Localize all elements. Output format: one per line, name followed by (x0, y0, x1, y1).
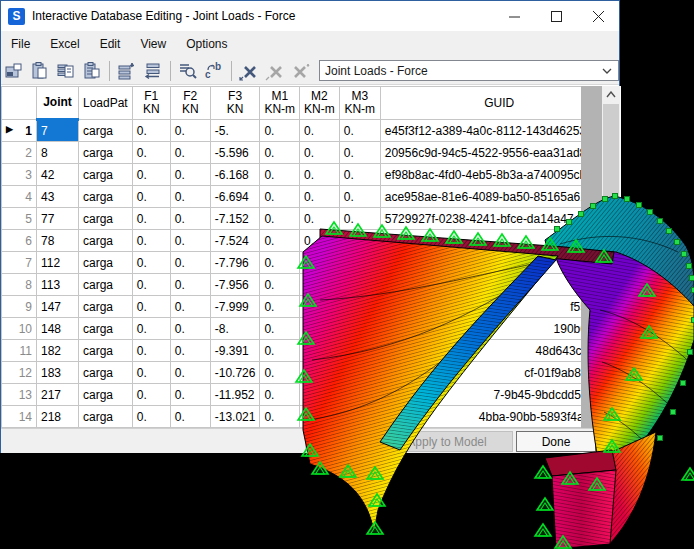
cell-m2[interactable]: 0. (300, 164, 340, 186)
cell-loadpat[interactable]: carga (79, 186, 133, 208)
cell-m3[interactable]: 0. (339, 296, 380, 318)
cell-f3[interactable]: -6.168 (210, 164, 260, 186)
cell-m2[interactable]: 0. (300, 230, 340, 252)
cell-joint[interactable]: 182 (37, 340, 79, 362)
paste-button[interactable] (28, 59, 52, 83)
cell-f3[interactable]: -7.524 (210, 230, 260, 252)
cell-f1[interactable]: 0. (132, 230, 170, 252)
cell-m1[interactable]: 0. (260, 362, 300, 384)
vertical-scrollbar-thumb[interactable] (603, 104, 619, 214)
cell-f1[interactable]: 0. (132, 164, 170, 186)
cell-f1[interactable]: 0. (132, 406, 170, 428)
cell-f3[interactable]: -7.999 (210, 296, 260, 318)
row-number[interactable]: 4 (2, 186, 37, 208)
cell-joint[interactable]: 78 (37, 230, 79, 252)
cell-joint[interactable]: 147 (37, 296, 79, 318)
row-number[interactable]: 7 (2, 252, 37, 274)
maximize-button[interactable] (535, 1, 577, 31)
cell-joint[interactable]: 148 (37, 318, 79, 340)
cell-m3[interactable]: 0. (339, 208, 380, 230)
done-button[interactable]: Done (516, 431, 596, 452)
cell-m2[interactable]: 0. (300, 362, 340, 384)
cell-m3[interactable]: 0. (339, 142, 380, 164)
row-number[interactable]: 13 (2, 384, 37, 406)
cell-m2[interactable]: 0. (300, 120, 340, 142)
cell-f2[interactable]: 0. (170, 340, 210, 362)
cell-f1[interactable]: 0. (132, 340, 170, 362)
cell-m1[interactable]: 0. (260, 208, 300, 230)
cell-f2[interactable]: 0. (170, 208, 210, 230)
cell-f2[interactable]: 0. (170, 274, 210, 296)
cell-f1[interactable]: 0. (132, 142, 170, 164)
cell-f3[interactable]: -5. (210, 120, 260, 142)
row-number[interactable]: 5 (2, 208, 37, 230)
cell-f2[interactable]: 0. (170, 362, 210, 384)
cell-f2[interactable]: 0. (170, 318, 210, 340)
cell-loadpat[interactable]: carga (79, 274, 133, 296)
titlebar[interactable]: S Interactive Database Editing - Joint L… (1, 1, 619, 31)
cell-f2[interactable]: 0. (170, 230, 210, 252)
row-number[interactable]: 6 (2, 230, 37, 252)
menu-item-excel[interactable]: Excel (40, 33, 89, 55)
cell-f3[interactable]: -10.726 (210, 362, 260, 384)
cell-loadpat[interactable]: carga (79, 120, 133, 142)
row-number[interactable]: 12 (2, 362, 37, 384)
cell-f3[interactable]: -6.694 (210, 186, 260, 208)
cell-m1[interactable]: 0. (260, 384, 300, 406)
cell-m2[interactable]: 0. (300, 318, 340, 340)
cell-m3[interactable]: 0. (339, 120, 380, 142)
cell-f2[interactable]: 0. (170, 406, 210, 428)
scroll-up-arrow-icon[interactable] (602, 86, 620, 103)
cell-m1[interactable]: 0. (260, 252, 300, 274)
paste-prepend-table-button[interactable] (54, 59, 78, 83)
cell-f3[interactable]: -11.952 (210, 384, 260, 406)
table-selector-dropdown[interactable]: Joint Loads - Force (319, 60, 619, 81)
cell-m2[interactable]: 0. (300, 406, 340, 428)
menu-item-file[interactable]: File (1, 33, 40, 55)
cell-loadpat[interactable]: carga (79, 362, 133, 384)
row-number[interactable]: ▶1 (2, 120, 37, 142)
cell-m3[interactable]: 0. (339, 384, 380, 406)
cell-loadpat[interactable]: carga (79, 208, 133, 230)
cell-joint[interactable]: 42 (37, 164, 79, 186)
row-number[interactable]: 11 (2, 340, 37, 362)
insert-rows-button[interactable] (115, 59, 139, 83)
cell-f1[interactable]: 0. (132, 274, 170, 296)
cell-f3[interactable]: -13.021 (210, 406, 260, 428)
cell-loadpat[interactable]: carga (79, 164, 133, 186)
cell-f1[interactable]: 0. (132, 120, 170, 142)
cell-joint[interactable]: 183 (37, 362, 79, 384)
cell-loadpat[interactable]: carga (79, 318, 133, 340)
menu-item-edit[interactable]: Edit (90, 33, 131, 55)
column-header-m2[interactable]: M2KN-m (300, 87, 340, 120)
cell-m3[interactable]: 0. (339, 406, 380, 428)
cell-f3[interactable]: -7.796 (210, 252, 260, 274)
cell-m2[interactable]: 0. (300, 252, 340, 274)
cell-m3[interactable]: 0. (339, 340, 380, 362)
find-in-table-button[interactable] (176, 59, 200, 83)
cell-m2[interactable]: 0. (300, 142, 340, 164)
cell-loadpat[interactable]: carga (79, 142, 133, 164)
row-number[interactable]: 9 (2, 296, 37, 318)
cell-f1[interactable]: 0. (132, 296, 170, 318)
minimize-button[interactable] (493, 1, 535, 31)
cell-loadpat[interactable]: carga (79, 296, 133, 318)
horizontal-scrollbar-thumb[interactable] (305, 432, 320, 450)
cell-joint[interactable]: 113 (37, 274, 79, 296)
cell-m1[interactable]: 0. (260, 186, 300, 208)
menu-item-view[interactable]: View (130, 33, 176, 55)
cell-m2[interactable]: 0. (300, 384, 340, 406)
cell-m3[interactable]: 0. (339, 252, 380, 274)
cell-m2[interactable]: 0. (300, 296, 340, 318)
cell-loadpat[interactable]: carga (79, 406, 133, 428)
delete-cell-button[interactable] (237, 59, 261, 83)
cell-m3[interactable]: 0. (339, 362, 380, 384)
column-header-f2[interactable]: F2KN (170, 87, 210, 120)
cell-f3[interactable]: -7.152 (210, 208, 260, 230)
cell-m1[interactable]: 0. (260, 406, 300, 428)
vertical-scrollbar[interactable] (602, 86, 620, 428)
cell-m2[interactable]: 0. (300, 340, 340, 362)
cell-loadpat[interactable]: carga (79, 340, 133, 362)
cell-m3[interactable]: 0. (339, 318, 380, 340)
cell-m1[interactable]: 0. (260, 340, 300, 362)
